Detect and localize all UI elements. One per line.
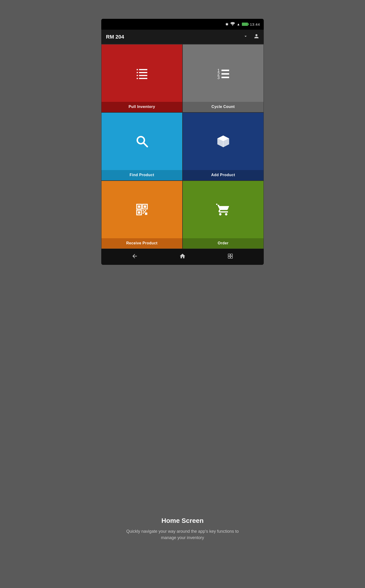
signal-icon: ▲ bbox=[237, 22, 240, 26]
svg-rect-30 bbox=[228, 256, 230, 258]
box-icon bbox=[216, 134, 230, 149]
add-product-tile[interactable]: Add Product bbox=[182, 112, 264, 181]
svg-point-0 bbox=[232, 25, 233, 26]
svg-rect-25 bbox=[142, 213, 144, 214]
nav-bar bbox=[101, 249, 264, 265]
main-grid: Pull Inventory 1 2 3 Cycle Count bbox=[101, 44, 264, 249]
svg-rect-2 bbox=[139, 69, 147, 70]
svg-rect-20 bbox=[144, 206, 146, 208]
app-title: RM 204 bbox=[106, 34, 124, 40]
order-icon-area bbox=[183, 181, 264, 238]
numbered-list-icon: 1 2 3 bbox=[216, 66, 230, 80]
svg-rect-31 bbox=[231, 256, 232, 258]
svg-rect-28 bbox=[228, 254, 230, 256]
search-icon bbox=[135, 134, 149, 149]
app-header: RM 204 bbox=[101, 30, 264, 44]
svg-rect-7 bbox=[137, 78, 138, 79]
pull-inventory-tile[interactable]: Pull Inventory bbox=[101, 44, 182, 112]
header-icons bbox=[243, 34, 259, 40]
status-time: 13:44 bbox=[250, 22, 260, 26]
svg-rect-27 bbox=[144, 211, 145, 213]
cycle-count-tile[interactable]: 1 2 3 Cycle Count bbox=[182, 44, 264, 112]
wifi-icon bbox=[230, 22, 235, 27]
list-icon bbox=[135, 66, 149, 80]
qr-icon bbox=[135, 203, 149, 217]
svg-line-16 bbox=[143, 143, 147, 147]
status-icons: ✱ ▲ 13:44 bbox=[225, 22, 260, 27]
find-product-label: Find Product bbox=[101, 170, 182, 180]
bottom-description: Home Screen Quickly navigate your way ar… bbox=[112, 507, 253, 546]
receive-product-icon-area bbox=[101, 181, 182, 238]
svg-rect-10 bbox=[221, 70, 229, 71]
find-product-tile[interactable]: Find Product bbox=[101, 112, 182, 181]
pull-inventory-icon-area bbox=[101, 44, 182, 102]
svg-rect-23 bbox=[142, 210, 144, 211]
back-nav-icon[interactable] bbox=[131, 253, 138, 261]
svg-rect-3 bbox=[137, 72, 138, 73]
status-bar: ✱ ▲ 13:44 bbox=[101, 19, 264, 30]
home-nav-icon[interactable] bbox=[179, 253, 186, 261]
dropdown-icon[interactable] bbox=[243, 34, 248, 40]
order-tile[interactable]: Order bbox=[182, 181, 264, 249]
cycle-count-icon-area: 1 2 3 bbox=[183, 44, 264, 102]
svg-rect-14 bbox=[221, 77, 229, 78]
svg-rect-6 bbox=[139, 75, 147, 76]
receive-product-label: Receive Product bbox=[101, 238, 182, 249]
recent-nav-icon[interactable] bbox=[227, 253, 234, 261]
add-product-label: Add Product bbox=[183, 170, 264, 180]
svg-rect-4 bbox=[139, 72, 147, 73]
svg-rect-8 bbox=[139, 78, 147, 79]
pull-inventory-label: Pull Inventory bbox=[101, 102, 182, 112]
battery-icon bbox=[242, 23, 248, 26]
bluetooth-icon: ✱ bbox=[225, 22, 228, 27]
svg-text:3: 3 bbox=[217, 75, 220, 80]
svg-rect-1 bbox=[137, 69, 138, 70]
svg-rect-26 bbox=[145, 213, 147, 215]
svg-rect-18 bbox=[138, 206, 140, 208]
bottom-title: Home Screen bbox=[126, 517, 239, 525]
svg-rect-5 bbox=[137, 75, 138, 76]
order-label: Order bbox=[183, 238, 264, 249]
svg-rect-12 bbox=[221, 73, 229, 74]
phone-container: ✱ ▲ 13:44 RM 204 bbox=[101, 19, 264, 265]
cart-icon bbox=[216, 203, 230, 217]
user-icon[interactable] bbox=[254, 34, 259, 40]
add-product-icon-area bbox=[183, 113, 264, 170]
svg-rect-22 bbox=[138, 211, 140, 214]
svg-rect-24 bbox=[145, 210, 146, 211]
cycle-count-label: Cycle Count bbox=[183, 102, 264, 112]
find-product-icon-area bbox=[101, 113, 182, 170]
receive-product-tile[interactable]: Receive Product bbox=[101, 181, 182, 249]
svg-rect-29 bbox=[231, 254, 232, 256]
bottom-subtitle: Quickly navigate your way around the app… bbox=[126, 528, 239, 541]
